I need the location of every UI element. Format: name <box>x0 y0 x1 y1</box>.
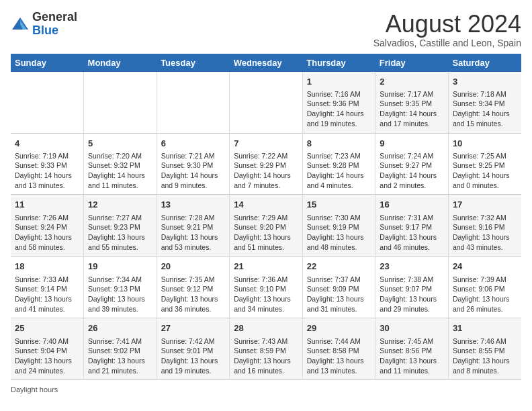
daylight-hours-label: Daylight hours <box>11 385 58 394</box>
day-info: Sunrise: 7:45 AMSunset: 8:56 PMDaylight:… <box>380 336 444 376</box>
calendar-cell: 30Sunrise: 7:45 AMSunset: 8:56 PMDayligh… <box>375 318 449 380</box>
day-number: 22 <box>307 261 371 273</box>
calendar-cell: 12Sunrise: 7:27 AMSunset: 9:23 PMDayligh… <box>84 195 157 257</box>
calendar-cell: 27Sunrise: 7:42 AMSunset: 9:01 PMDayligh… <box>157 318 230 380</box>
calendar-cell: 17Sunrise: 7:32 AMSunset: 9:16 PMDayligh… <box>448 195 521 257</box>
calendar-table: SundayMondayTuesdayWednesdayThursdayFrid… <box>11 54 521 381</box>
day-number: 18 <box>15 261 79 273</box>
week-row-3: 11Sunrise: 7:26 AMSunset: 9:24 PMDayligh… <box>11 195 521 257</box>
week-row-4: 18Sunrise: 7:33 AMSunset: 9:14 PMDayligh… <box>11 257 521 318</box>
day-info: Sunrise: 7:43 AMSunset: 8:59 PMDaylight:… <box>234 336 298 376</box>
day-number: 11 <box>15 199 79 211</box>
day-info: Sunrise: 7:29 AMSunset: 9:20 PMDaylight:… <box>234 213 298 253</box>
calendar-cell: 4Sunrise: 7:19 AMSunset: 9:33 PMDaylight… <box>11 133 84 195</box>
day-number: 15 <box>307 199 371 211</box>
month-title: August 2024 <box>373 11 521 38</box>
day-header-monday: Monday <box>84 54 157 72</box>
calendar-cell <box>230 72 303 133</box>
calendar-cell: 1Sunrise: 7:16 AMSunset: 9:36 PMDaylight… <box>302 72 375 133</box>
calendar-cell: 20Sunrise: 7:35 AMSunset: 9:12 PMDayligh… <box>157 257 230 318</box>
day-number: 6 <box>161 138 226 150</box>
footer: Daylight hours <box>11 385 521 394</box>
logo-blue: Blue <box>32 24 58 37</box>
day-info: Sunrise: 7:33 AMSunset: 9:14 PMDaylight:… <box>15 275 79 314</box>
calendar-cell: 3Sunrise: 7:18 AMSunset: 9:34 PMDaylight… <box>448 72 521 133</box>
day-number: 16 <box>380 199 444 211</box>
calendar-cell: 6Sunrise: 7:21 AMSunset: 9:30 PMDaylight… <box>157 133 230 195</box>
day-number: 5 <box>88 138 152 150</box>
day-info: Sunrise: 7:20 AMSunset: 9:32 PMDaylight:… <box>88 151 152 191</box>
day-info: Sunrise: 7:23 AMSunset: 9:28 PMDaylight:… <box>307 151 371 191</box>
day-number: 21 <box>234 261 298 273</box>
day-header-saturday: Saturday <box>448 54 521 72</box>
day-info: Sunrise: 7:27 AMSunset: 9:23 PMDaylight:… <box>88 213 152 253</box>
calendar-cell: 10Sunrise: 7:25 AMSunset: 9:25 PMDayligh… <box>448 133 521 195</box>
day-number: 26 <box>88 322 152 334</box>
calendar-cell: 22Sunrise: 7:37 AMSunset: 9:09 PMDayligh… <box>302 257 375 318</box>
day-number: 19 <box>88 261 152 273</box>
calendar-cell: 14Sunrise: 7:29 AMSunset: 9:20 PMDayligh… <box>230 195 303 257</box>
day-number: 9 <box>380 138 444 150</box>
day-number: 17 <box>453 199 517 211</box>
day-number: 25 <box>15 322 79 334</box>
day-info: Sunrise: 7:16 AMSunset: 9:36 PMDaylight:… <box>307 89 371 129</box>
day-info: Sunrise: 7:28 AMSunset: 9:21 PMDaylight:… <box>161 213 226 253</box>
calendar-cell <box>84 72 157 133</box>
day-info: Sunrise: 7:41 AMSunset: 9:02 PMDaylight:… <box>88 336 152 376</box>
page-header: General Blue August 2024 Salvadios, Cast… <box>11 11 521 48</box>
day-info: Sunrise: 7:37 AMSunset: 9:09 PMDaylight:… <box>307 275 371 314</box>
day-info: Sunrise: 7:40 AMSunset: 9:04 PMDaylight:… <box>15 336 79 376</box>
day-info: Sunrise: 7:31 AMSunset: 9:17 PMDaylight:… <box>380 213 444 253</box>
week-row-5: 25Sunrise: 7:40 AMSunset: 9:04 PMDayligh… <box>11 318 521 380</box>
week-row-1: 1Sunrise: 7:16 AMSunset: 9:36 PMDaylight… <box>11 72 521 133</box>
day-number: 27 <box>161 322 226 334</box>
day-number: 28 <box>234 322 298 334</box>
logo-icon <box>11 15 30 34</box>
header-row: SundayMondayTuesdayWednesdayThursdayFrid… <box>11 54 521 72</box>
calendar-cell: 16Sunrise: 7:31 AMSunset: 9:17 PMDayligh… <box>375 195 449 257</box>
day-header-tuesday: Tuesday <box>157 54 230 72</box>
day-number: 14 <box>234 199 298 211</box>
day-number: 20 <box>161 261 226 273</box>
calendar-cell: 23Sunrise: 7:38 AMSunset: 9:07 PMDayligh… <box>375 257 449 318</box>
location-subtitle: Salvadios, Castille and Leon, Spain <box>373 38 521 48</box>
day-info: Sunrise: 7:19 AMSunset: 9:33 PMDaylight:… <box>15 151 79 191</box>
day-number: 23 <box>380 261 444 273</box>
calendar-cell: 21Sunrise: 7:36 AMSunset: 9:10 PMDayligh… <box>230 257 303 318</box>
day-info: Sunrise: 7:35 AMSunset: 9:12 PMDaylight:… <box>161 275 226 314</box>
day-info: Sunrise: 7:32 AMSunset: 9:16 PMDaylight:… <box>453 213 517 253</box>
day-number: 3 <box>453 76 517 88</box>
week-row-2: 4Sunrise: 7:19 AMSunset: 9:33 PMDaylight… <box>11 133 521 195</box>
calendar-cell: 9Sunrise: 7:24 AMSunset: 9:27 PMDaylight… <box>375 133 449 195</box>
calendar-cell: 2Sunrise: 7:17 AMSunset: 9:35 PMDaylight… <box>375 72 449 133</box>
calendar-cell: 19Sunrise: 7:34 AMSunset: 9:13 PMDayligh… <box>84 257 157 318</box>
day-info: Sunrise: 7:36 AMSunset: 9:10 PMDaylight:… <box>234 275 298 314</box>
day-number: 7 <box>234 138 298 150</box>
day-info: Sunrise: 7:22 AMSunset: 9:29 PMDaylight:… <box>234 151 298 191</box>
day-number: 31 <box>453 322 517 334</box>
day-number: 12 <box>88 199 152 211</box>
day-info: Sunrise: 7:42 AMSunset: 9:01 PMDaylight:… <box>161 336 226 376</box>
day-number: 4 <box>15 138 79 150</box>
day-number: 24 <box>453 261 517 273</box>
day-number: 29 <box>307 322 371 334</box>
title-block: August 2024 Salvadios, Castille and Leon… <box>373 11 521 48</box>
calendar-cell: 31Sunrise: 7:46 AMSunset: 8:55 PMDayligh… <box>448 318 521 380</box>
calendar-cell: 15Sunrise: 7:30 AMSunset: 9:19 PMDayligh… <box>302 195 375 257</box>
day-info: Sunrise: 7:44 AMSunset: 8:58 PMDaylight:… <box>307 336 371 376</box>
day-header-friday: Friday <box>375 54 449 72</box>
day-info: Sunrise: 7:25 AMSunset: 9:25 PMDaylight:… <box>453 151 517 191</box>
calendar-cell: 11Sunrise: 7:26 AMSunset: 9:24 PMDayligh… <box>11 195 84 257</box>
calendar-cell: 25Sunrise: 7:40 AMSunset: 9:04 PMDayligh… <box>11 318 84 380</box>
logo: General Blue <box>11 11 77 38</box>
calendar-cell: 24Sunrise: 7:39 AMSunset: 9:06 PMDayligh… <box>448 257 521 318</box>
calendar-cell: 8Sunrise: 7:23 AMSunset: 9:28 PMDaylight… <box>302 133 375 195</box>
day-info: Sunrise: 7:39 AMSunset: 9:06 PMDaylight:… <box>453 275 517 314</box>
day-info: Sunrise: 7:24 AMSunset: 9:27 PMDaylight:… <box>380 151 444 191</box>
calendar-cell <box>11 72 84 133</box>
calendar-cell: 7Sunrise: 7:22 AMSunset: 9:29 PMDaylight… <box>230 133 303 195</box>
calendar-cell: 28Sunrise: 7:43 AMSunset: 8:59 PMDayligh… <box>230 318 303 380</box>
day-header-thursday: Thursday <box>302 54 375 72</box>
day-number: 1 <box>307 76 371 88</box>
day-info: Sunrise: 7:26 AMSunset: 9:24 PMDaylight:… <box>15 213 79 253</box>
